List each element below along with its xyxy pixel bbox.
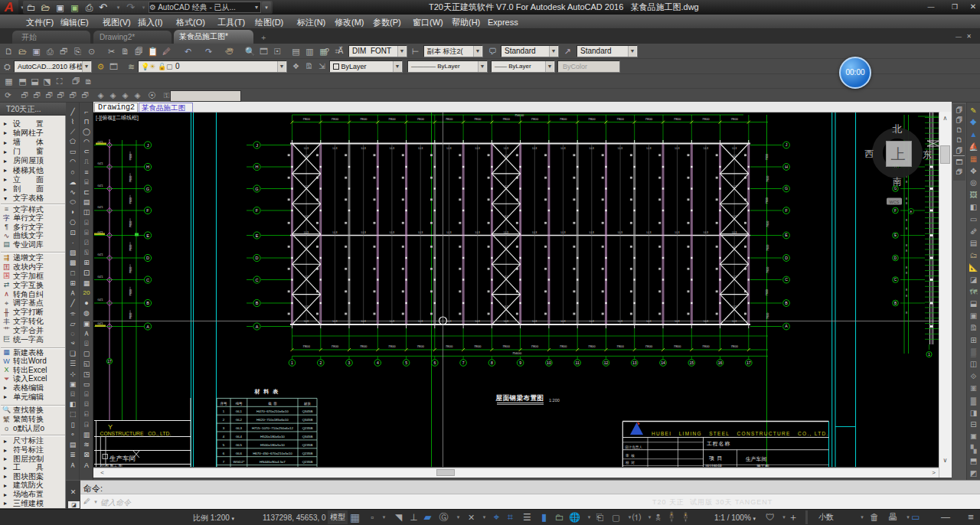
- svg-text:A: A: [785, 324, 788, 328]
- svg-text:施工图: 施工图: [756, 464, 769, 467]
- svg-text:7800: 7800: [730, 344, 738, 348]
- svg-text:15: 15: [690, 360, 694, 365]
- svg-text:7800: 7800: [674, 117, 681, 121]
- svg-text:C: C: [785, 277, 788, 282]
- svg-text:8: 8: [906, 311, 907, 315]
- svg-text:7800: 7800: [674, 344, 681, 348]
- svg-text:LL2: LL2: [504, 305, 508, 308]
- svg-text:8: 8: [906, 266, 907, 269]
- svg-text:14: 14: [661, 360, 665, 365]
- svg-text:Q345B: Q345B: [302, 409, 313, 413]
- svg-text:7800: 7800: [388, 344, 396, 348]
- svg-text:截 面: 截 面: [268, 402, 277, 406]
- svg-text:生产车间: 生产车间: [746, 456, 766, 462]
- svg-text:LL3: LL3: [361, 231, 366, 234]
- svg-text:13: 13: [632, 360, 637, 365]
- svg-text:7: 7: [462, 360, 465, 365]
- svg-text:GZ1: GZ1: [97, 322, 103, 325]
- svg-text:E: E: [785, 233, 788, 237]
- svg-text:2: 2: [319, 360, 322, 365]
- svg-text:7800: 7800: [560, 117, 567, 121]
- svg-text:LL3: LL3: [646, 320, 651, 323]
- svg-text:LL3: LL3: [304, 147, 309, 150]
- svg-text:7800: 7800: [129, 267, 132, 273]
- svg-text:LL2: LL2: [504, 215, 508, 218]
- svg-text:WGD2*: WGD2*: [233, 460, 244, 464]
- svg-text:H470~670x210x6x10: H470~670x210x6x10: [256, 409, 289, 413]
- svg-text:LL2: LL2: [732, 215, 737, 218]
- svg-text:南: 南: [893, 176, 902, 187]
- svg-text:75600: 75600: [512, 351, 522, 355]
- svg-text:17: 17: [107, 360, 112, 364]
- svg-text:GZ1: GZ1: [97, 162, 103, 165]
- svg-text:LL3: LL3: [704, 147, 708, 150]
- svg-text:LL2: LL2: [504, 276, 508, 279]
- svg-text:HUBEI LIMING STEEL CONST: HUBEI LIMING STEEL CONSTRUCTURE CO., LTD…: [652, 431, 829, 436]
- svg-text:E: E: [256, 233, 259, 238]
- svg-text:C: C: [256, 278, 259, 282]
- svg-text:GL4: GL4: [236, 435, 243, 439]
- svg-text:LL3: LL3: [390, 147, 394, 150]
- svg-text:G: G: [785, 186, 788, 191]
- svg-text:LL3: LL3: [532, 320, 537, 323]
- svg-text:校 对: 校 对: [626, 461, 635, 465]
- svg-text:LL2: LL2: [304, 215, 309, 218]
- svg-text:编号: 编号: [235, 402, 243, 406]
- svg-text:LL3: LL3: [675, 320, 680, 323]
- svg-text:7800: 7800: [766, 176, 769, 182]
- svg-text:GL2: GL2: [236, 418, 243, 422]
- svg-text:LL3: LL3: [332, 320, 337, 323]
- svg-text:8: 8: [906, 219, 907, 222]
- svg-text:H: H: [256, 165, 259, 169]
- svg-text:7800: 7800: [588, 117, 596, 121]
- svg-text:D: D: [256, 256, 259, 260]
- svg-text:C: C: [146, 278, 149, 282]
- svg-text:LL3: LL3: [561, 147, 566, 150]
- svg-text:7800: 7800: [702, 344, 710, 348]
- svg-text:1: 1: [291, 360, 293, 365]
- svg-text:7800: 7800: [129, 221, 132, 227]
- svg-text:LL3: LL3: [361, 147, 366, 150]
- svg-text:7800: 7800: [129, 154, 132, 160]
- svg-text:7800: 7800: [474, 117, 482, 121]
- svg-text:GZ1: GZ1: [97, 206, 103, 209]
- svg-text:LL2: LL2: [732, 155, 737, 158]
- svg-text:LL3: LL3: [447, 147, 452, 150]
- svg-text:项 目: 项 目: [709, 455, 722, 461]
- svg-text:GZ1: GZ1: [97, 298, 103, 302]
- svg-text:H715~1070~710x250x6x12: H715~1070~710x250x6x12: [252, 426, 294, 430]
- svg-text:11: 11: [576, 360, 580, 365]
- svg-text:75600: 75600: [514, 113, 524, 117]
- svg-text:LL3: LL3: [561, 231, 566, 234]
- svg-text:Q235B: Q235B: [302, 443, 313, 447]
- svg-text:8: 8: [906, 227, 907, 230]
- svg-text:8: 8: [491, 360, 493, 365]
- svg-text:LL2: LL2: [304, 155, 309, 158]
- svg-text:7800: 7800: [766, 154, 769, 160]
- svg-text:7800: 7800: [766, 245, 769, 251]
- svg-text:北: 北: [893, 123, 903, 135]
- svg-text:7800: 7800: [766, 289, 769, 295]
- svg-text:LL3: LL3: [475, 231, 480, 234]
- svg-text:8: 8: [906, 272, 907, 275]
- svg-text:LL2: LL2: [504, 185, 508, 188]
- svg-text:材 料 表: 材 料 表: [253, 388, 279, 395]
- svg-text:LL3: LL3: [332, 231, 337, 234]
- svg-text:7800: 7800: [446, 117, 453, 121]
- svg-text:7800: 7800: [502, 117, 510, 121]
- svg-text:GZ1: GZ1: [97, 276, 103, 279]
- svg-text:Q345B: Q345B: [302, 435, 313, 439]
- svg-text:LL3: LL3: [447, 231, 452, 234]
- svg-text:LL3: LL3: [646, 147, 651, 150]
- svg-text:7800: 7800: [616, 117, 624, 121]
- svg-text:LL2: LL2: [304, 185, 309, 188]
- svg-text:LL2: LL2: [504, 246, 508, 249]
- svg-text:LL3: LL3: [646, 231, 651, 234]
- svg-text:7800: 7800: [129, 245, 132, 251]
- svg-text:HN446x90x4.5x7: HN446x90x4.5x7: [260, 460, 286, 464]
- svg-text:7800: 7800: [129, 197, 132, 204]
- svg-text:Q235B: Q235B: [302, 460, 313, 464]
- svg-text:设计阶段: 设计阶段: [705, 464, 723, 467]
- svg-text:8: 8: [906, 244, 907, 247]
- svg-text:GZ1: GZ1: [97, 253, 103, 256]
